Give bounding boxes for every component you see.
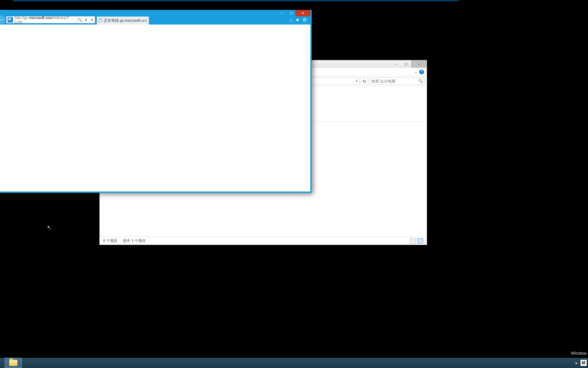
ie-favicon-icon <box>7 17 13 22</box>
internet-explorer-window: ─ ☐ ✕ → http://go.microsoft.com/fwlink/p… <box>0 10 312 193</box>
top-banner-strip <box>13 0 459 1</box>
status-selected-count: 选中 1 个项目 <box>123 238 146 243</box>
content-divider <box>312 121 427 122</box>
forward-button[interactable]: → <box>0 15 5 24</box>
ie-url-input[interactable]: http://go.microsoft.com/fwlink/p/?LinkI <box>14 16 77 24</box>
tab-title: 正在等待 go.microsoft.com <box>104 18 144 23</box>
windows-watermark: Window <box>571 351 587 356</box>
system-tray[interactable]: ▲ M <box>575 358 588 368</box>
view-icons-button[interactable] <box>417 238 423 244</box>
search-icon[interactable]: 🔍 <box>418 79 423 83</box>
taskbar[interactable]: ▲ M <box>0 358 588 368</box>
stop-button-icon[interactable]: ✕ <box>89 16 95 23</box>
explorer-search-input[interactable] <box>371 79 418 83</box>
view-details-button[interactable] <box>410 238 416 244</box>
tab-close-icon[interactable]: ✕ <box>144 18 147 23</box>
ie-maximize-button[interactable]: ☐ <box>287 10 295 16</box>
address-controls: 🔍 ▾ ✕ <box>77 16 95 23</box>
search-button-icon[interactable]: 🔍 <box>77 16 83 23</box>
explorer-maximize-button[interactable]: ☐ <box>401 60 411 68</box>
watermark-line1: Window <box>571 351 587 356</box>
home-icon[interactable]: ⌂ <box>290 17 293 22</box>
explorer-status-bar: 8 个项目 选中 1 个项目 <box>100 236 427 245</box>
explorer-content-area <box>312 86 427 234</box>
favorites-icon[interactable]: ★ <box>295 17 300 22</box>
ie-command-icons: ⌂ ★ ⚙ <box>290 17 310 22</box>
refresh-button[interactable]: ↻ <box>361 77 368 85</box>
tray-overflow-icon[interactable]: ▲ <box>575 361 578 365</box>
ribbon-collapse-icon[interactable]: ⌄ <box>414 70 417 74</box>
loading-spinner-icon <box>98 19 102 23</box>
address-dropdown-icon[interactable]: ▾ <box>83 16 89 23</box>
taskbar-file-explorer[interactable] <box>5 358 22 368</box>
ie-titlebar[interactable]: ─ ☐ ✕ <box>0 10 310 15</box>
url-prefix: http://go. <box>15 16 29 20</box>
explorer-search-box[interactable]: 🔍 <box>370 77 425 85</box>
start-edge[interactable] <box>0 358 5 368</box>
ie-toolbar: → http://go.microsoft.com/fwlink/p/?Link… <box>0 15 310 25</box>
mouse-cursor-icon: ↖ <box>47 224 51 231</box>
ie-address-bar[interactable]: http://go.microsoft.com/fwlink/p/?LinkI … <box>6 16 95 24</box>
browser-tab[interactable]: 正在等待 go.microsoft.com ✕ <box>97 16 149 25</box>
ie-close-button[interactable]: ✕ <box>295 10 310 16</box>
ie-minimize-button[interactable]: ─ <box>278 10 287 16</box>
ime-indicator[interactable]: M <box>581 360 587 366</box>
explorer-minimize-button[interactable]: ─ <box>391 60 401 68</box>
folder-icon <box>9 360 17 366</box>
address-dropdown-icon[interactable]: ▾ <box>356 79 358 83</box>
tools-icon[interactable]: ⚙ <box>303 17 307 22</box>
url-domain: microsoft.com <box>29 16 52 20</box>
status-item-count: 8 个项目 <box>103 238 117 243</box>
view-toggle-group <box>410 238 423 244</box>
help-icon[interactable]: ? <box>419 70 424 74</box>
explorer-close-button[interactable]: ✕ <box>411 60 427 68</box>
